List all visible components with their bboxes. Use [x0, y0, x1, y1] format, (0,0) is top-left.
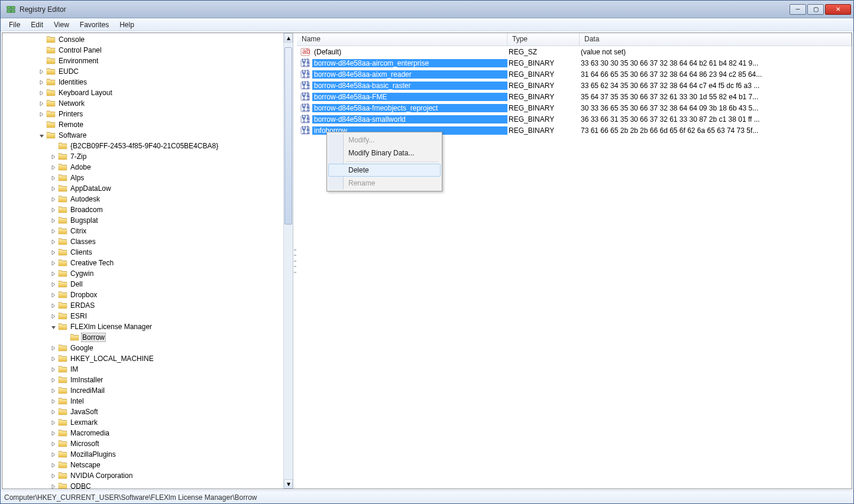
- tree-item[interactable]: Macromedia: [4, 428, 283, 438]
- tree-item[interactable]: Dell: [4, 279, 283, 290]
- ctx-modify-binary[interactable]: Modify Binary Data...: [328, 147, 441, 160]
- value-row[interactable]: 011110borrow-d84e58aa-aixm_readerREG_BIN…: [297, 69, 852, 80]
- menu-help[interactable]: Help: [115, 19, 139, 30]
- value-row[interactable]: 011110borrow-d84e58aa-basic_rasterREG_BI…: [297, 80, 852, 91]
- tree-item[interactable]: Google: [4, 343, 283, 353]
- tree-item[interactable]: Console: [4, 34, 283, 45]
- expand-icon[interactable]: [38, 79, 45, 86]
- scroll-thumb[interactable]: [284, 47, 292, 225]
- expand-icon[interactable]: [50, 462, 57, 469]
- tree-item[interactable]: Software: [4, 130, 283, 141]
- column-data[interactable]: Data: [580, 33, 852, 45]
- tree-item[interactable]: Printers: [4, 109, 283, 119]
- collapse-icon[interactable]: [38, 132, 45, 139]
- value-row[interactable]: 011110borrow-d84e58aa-smallworldREG_BINA…: [297, 113, 852, 125]
- expand-icon[interactable]: [50, 271, 57, 277]
- expand-icon[interactable]: [38, 111, 45, 118]
- titlebar[interactable]: Registry Editor ─ ▢ ✕: [1, 1, 853, 18]
- tree-item[interactable]: NVIDIA Corporation: [4, 470, 283, 481]
- expand-icon[interactable]: [50, 260, 57, 266]
- scroll-down-icon[interactable]: ▾: [284, 479, 293, 489]
- column-type[interactable]: Type: [507, 33, 580, 45]
- value-row[interactable]: ab(Default)REG_SZ(value not set): [297, 46, 852, 57]
- tree-item[interactable]: ImInstaller: [4, 375, 283, 385]
- menu-view[interactable]: View: [49, 19, 74, 30]
- minimize-button[interactable]: ─: [790, 4, 806, 15]
- expand-icon[interactable]: [38, 69, 45, 75]
- tree-item[interactable]: Netscape: [4, 460, 283, 470]
- column-name[interactable]: Name: [297, 33, 507, 45]
- expand-icon[interactable]: [50, 303, 57, 309]
- expand-icon[interactable]: [50, 441, 57, 447]
- value-row[interactable]: 011110borrow-d84e58aa-fmeobjects_reproje…: [297, 102, 852, 113]
- tree-item[interactable]: {B2CB09FF-2453-4f85-9F40-21C05BE4CBA8}: [4, 141, 283, 151]
- expand-icon[interactable]: [50, 249, 57, 256]
- close-button[interactable]: ✕: [825, 4, 851, 15]
- tree-item[interactable]: Clients: [4, 247, 283, 258]
- tree-item[interactable]: Alps: [4, 173, 283, 183]
- expand-icon[interactable]: [50, 239, 57, 245]
- tree-item[interactable]: Remote: [4, 119, 283, 130]
- expand-icon[interactable]: [50, 207, 57, 213]
- tree-item[interactable]: MozillaPlugins: [4, 449, 283, 460]
- tree-item[interactable]: Network: [4, 98, 283, 109]
- expand-icon[interactable]: [50, 398, 57, 405]
- tree-item[interactable]: IM: [4, 364, 283, 375]
- tree-item[interactable]: Adobe: [4, 162, 283, 173]
- expand-icon[interactable]: [50, 345, 57, 352]
- tree-item[interactable]: Classes: [4, 236, 283, 247]
- tree-item[interactable]: Lexmark: [4, 417, 283, 428]
- registry-tree[interactable]: ConsoleControl PanelEnvironmentEUDCIdent…: [2, 33, 283, 489]
- expand-icon[interactable]: [50, 228, 57, 235]
- tree-item[interactable]: Autodesk: [4, 194, 283, 204]
- menu-file[interactable]: File: [4, 19, 25, 30]
- expand-icon[interactable]: [50, 420, 57, 426]
- tree-item[interactable]: EUDC: [4, 66, 283, 77]
- expand-icon[interactable]: [50, 451, 57, 458]
- tree-item[interactable]: FLEXlm License Manager: [4, 321, 283, 332]
- values-list[interactable]: ab(Default)REG_SZ(value not set)011110bo…: [297, 46, 852, 489]
- expand-icon[interactable]: [50, 409, 57, 415]
- tree-item[interactable]: Bugsplat: [4, 215, 283, 226]
- collapse-icon[interactable]: [50, 324, 57, 330]
- value-row[interactable]: 011110borrow-d84e58aa-aircom_enterpriseR…: [297, 57, 852, 69]
- tree-item[interactable]: Borrow: [4, 332, 283, 343]
- expand-icon[interactable]: [50, 281, 57, 288]
- tree-item[interactable]: Dropbox: [4, 290, 283, 300]
- expand-icon[interactable]: [50, 356, 57, 362]
- value-row[interactable]: 011110borrow-d84e58aa-FMEREG_BINARY35 64…: [297, 91, 852, 102]
- expand-icon[interactable]: [50, 483, 57, 489]
- expand-icon[interactable]: [38, 90, 45, 96]
- expand-icon[interactable]: [38, 100, 45, 107]
- expand-icon[interactable]: [50, 217, 57, 224]
- expand-icon[interactable]: [50, 196, 57, 203]
- tree-item[interactable]: HKEY_LOCAL_MACHINE: [4, 353, 283, 364]
- tree-item[interactable]: Cygwin: [4, 268, 283, 279]
- menu-edit[interactable]: Edit: [26, 19, 48, 30]
- expand-icon[interactable]: [50, 154, 57, 160]
- expand-icon[interactable]: [50, 186, 57, 192]
- tree-item[interactable]: IncrediMail: [4, 385, 283, 396]
- tree-item[interactable]: Environment: [4, 56, 283, 66]
- expand-icon[interactable]: [50, 430, 57, 437]
- tree-item[interactable]: Creative Tech: [4, 258, 283, 268]
- tree-item[interactable]: 7-Zip: [4, 151, 283, 162]
- expand-icon[interactable]: [50, 366, 57, 373]
- tree-item[interactable]: Intel: [4, 396, 283, 407]
- tree-item[interactable]: Microsoft: [4, 438, 283, 449]
- tree-item[interactable]: Broadcom: [4, 204, 283, 215]
- expand-icon[interactable]: [50, 175, 57, 181]
- tree-item[interactable]: ODBC: [4, 481, 283, 489]
- maximize-button[interactable]: ▢: [807, 4, 824, 15]
- tree-item[interactable]: ERDAS: [4, 300, 283, 311]
- tree-item[interactable]: Control Panel: [4, 45, 283, 56]
- expand-icon[interactable]: [50, 388, 57, 394]
- ctx-modify[interactable]: Modify...: [328, 134, 441, 147]
- scroll-up-icon[interactable]: ▴: [284, 33, 293, 43]
- expand-icon[interactable]: [50, 313, 57, 320]
- tree-item[interactable]: ESRI: [4, 311, 283, 321]
- values-header[interactable]: Name Type Data: [297, 33, 852, 46]
- ctx-rename[interactable]: Rename: [328, 177, 441, 190]
- tree-item[interactable]: Identities: [4, 77, 283, 87]
- tree-item[interactable]: Citrix: [4, 226, 283, 236]
